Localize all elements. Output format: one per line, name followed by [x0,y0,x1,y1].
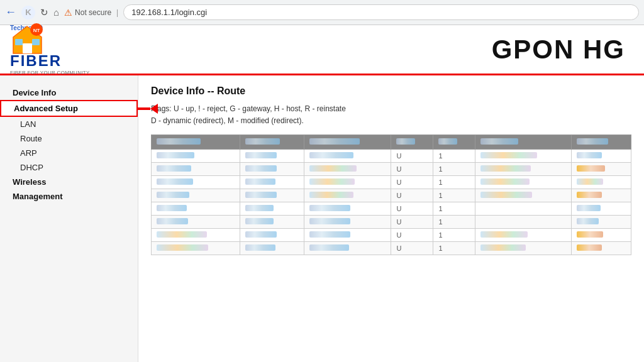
sidebar-item-dhcp[interactable]: DHCP [0,160,138,175]
col-destination [152,135,240,150]
svg-rect-3 [32,39,40,45]
sidebar-item-wireless[interactable]: Wireless [0,175,138,189]
sidebar-item-arp[interactable]: ARP [0,146,138,160]
house-icon: NT [10,23,45,55]
table-row: U 1 [152,176,631,189]
sidebar-item-advanced-setup[interactable]: Advanced Setup [0,100,138,117]
brand-name: FIBER [10,52,62,70]
url-text: 192.168.1.1/login.cgi [131,8,207,17]
col-flag [391,135,433,150]
col-interface [571,135,631,150]
svg-rect-2 [15,39,23,45]
brand-sub: FIBER FOR YOUR COMMUNITY [10,70,90,75]
table-row: U 1 [152,242,631,255]
sidebar-item-management[interactable]: Management [0,189,138,204]
logo-area: Techno KD NT [10,23,90,75]
col-subnet [304,135,391,150]
table-row: U 1 [152,189,631,202]
table-row: U 1 [152,229,631,242]
content-area: Device Info Advanced Setup LAN Route ARP… [0,75,644,362]
page-wrapper: Techno KD NT [0,25,644,362]
main-content: Device Info -- Route Flags: U - up, ! - … [138,75,644,362]
sidebar-item-device-info[interactable]: Device Info [0,85,138,100]
table-row: U 1 [152,202,631,216]
table-row: U 1 [152,216,631,229]
col-service [475,135,571,150]
back-button[interactable]: ← [5,6,16,19]
table-row: U 1 [152,163,631,176]
logo-house: NT [10,23,45,55]
svg-rect-1 [23,43,32,53]
col-gateway [240,135,304,150]
reload-button[interactable]: ↻ [40,7,48,18]
svg-text:NT: NT [33,28,40,33]
home-button[interactable]: ⌂ [53,7,59,18]
arrow-indicator [136,104,158,114]
url-separator: | [116,8,118,17]
sidebar-item-route[interactable]: Route [0,131,138,146]
warning-icon: ⚠ [64,8,72,18]
security-indicator: ⚠ Not secure [64,8,111,18]
header-title: GPON HG [492,35,625,65]
browser-chrome: ← K ↻ ⌂ ⚠ Not secure | 192.168.1.1/login… [0,0,644,25]
sidebar: Device Info Advanced Setup LAN Route ARP… [0,75,138,362]
col-metric [433,135,475,150]
table-header-row [152,135,631,150]
page-title: Device Info -- Route [151,85,631,97]
table-row: U 1 [152,150,631,163]
address-bar[interactable]: 192.168.1.1/login.cgi [123,4,639,20]
page-header: Techno KD NT [0,25,644,75]
route-table: U 1 U 1 [151,134,631,255]
sidebar-item-lan[interactable]: LAN [0,117,138,131]
flags-description: Flags: U - up, ! - reject, G - gateway, … [151,103,631,127]
